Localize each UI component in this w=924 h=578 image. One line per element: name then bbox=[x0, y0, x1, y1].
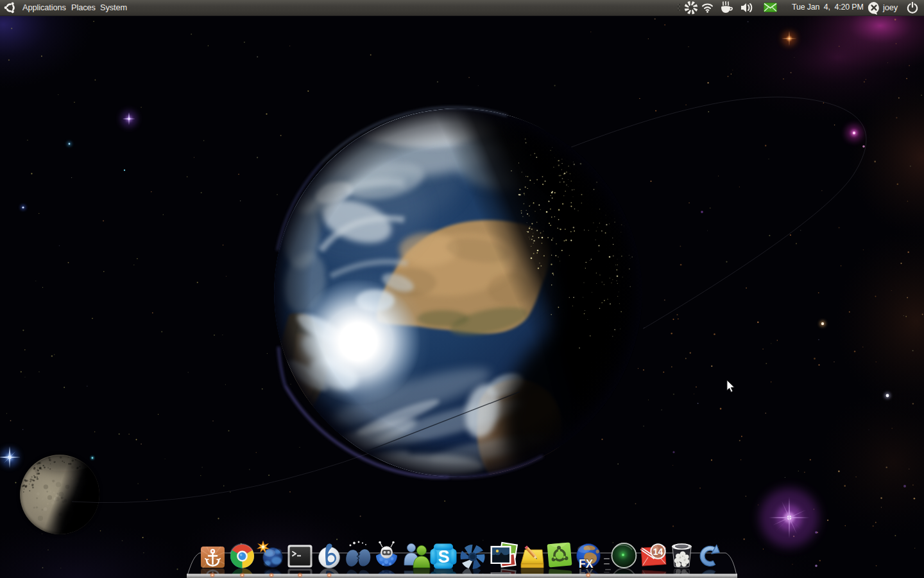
svg-text:S: S bbox=[438, 547, 449, 566]
svg-text:14: 14 bbox=[653, 547, 663, 557]
